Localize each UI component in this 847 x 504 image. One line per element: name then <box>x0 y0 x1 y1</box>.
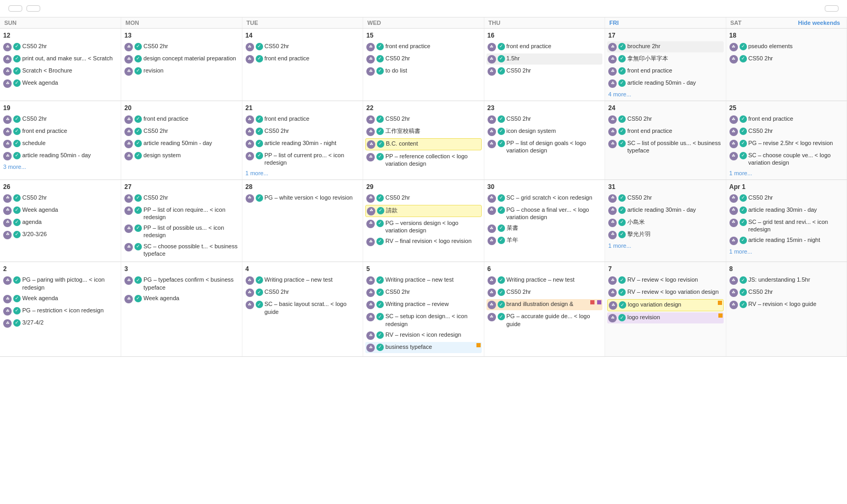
event-item[interactable]: ☘✓擊光片羽 <box>607 229 724 240</box>
event-item[interactable]: ☘✓SC – basic layout scrat... < logo guid… <box>245 299 361 317</box>
event-item[interactable]: ☘✓article reading 30min - day <box>607 205 724 216</box>
event-item[interactable]: ☘✓print out, and make sur... < Scratch <box>2 53 119 65</box>
event-item[interactable]: ☘✓article reading 50min - day <box>607 78 724 89</box>
event-item[interactable]: ☘✓PG – typefaces confirm < business type… <box>123 275 240 292</box>
event-item[interactable]: ☘✓PP – list of possible us... < icon red… <box>123 223 240 240</box>
event-item[interactable]: ☘✓Writing practice – new test <box>486 275 603 286</box>
event-item[interactable]: ☘✓front end practice <box>607 126 724 137</box>
event-item[interactable]: ☘✓PG – revise 2.5hr < logo revision <box>728 138 845 149</box>
event-item[interactable]: ☘✓PG – choose a final ver... < logo vari… <box>486 205 603 222</box>
event-item[interactable]: ☘✓CS50 2hr <box>365 114 482 125</box>
event-item[interactable]: ☘✓PG – versions design < logo variation … <box>365 218 482 236</box>
more-link[interactable]: 1 more... <box>728 169 845 177</box>
event-item[interactable]: ☘✓Scratch < Brochure <box>2 66 119 77</box>
event-item[interactable]: ☘✓front end practice <box>245 114 361 125</box>
event-item[interactable]: ☘✓3/27-4/2 <box>2 318 119 329</box>
today-button[interactable] <box>26 5 40 12</box>
event-item[interactable]: ☘✓agenda <box>2 217 119 228</box>
event-item[interactable]: ☘✓icon design system <box>486 126 603 137</box>
event-item[interactable]: ☘✓design concept material preparation <box>123 53 240 65</box>
event-item[interactable]: ☘✓PG – white version < logo revision <box>245 193 361 204</box>
event-item[interactable]: ☘✓RV – review < logo revision <box>607 275 724 286</box>
event-item[interactable]: ☘✓CS50 2hr <box>245 126 361 137</box>
event-item[interactable]: ☘✓RV – revision < icon redesign <box>365 330 482 341</box>
event-item[interactable]: ☘✓CS50 2hr <box>2 193 119 204</box>
refine-search-button[interactable] <box>8 5 22 12</box>
event-item[interactable]: ☘✓PG – accurate guide de... < logo guide <box>486 311 603 329</box>
event-item[interactable]: ☘✓SC – grid test and revi... < icon rede… <box>728 217 845 235</box>
event-item[interactable]: ☘✓3/20-3/26 <box>2 229 119 240</box>
event-item[interactable]: ☘✓PP – list of current pro... < icon red… <box>245 150 361 168</box>
event-item[interactable]: ☘✓B.C. content <box>365 138 482 150</box>
more-link[interactable]: 4 more... <box>607 90 724 98</box>
refresh-button[interactable] <box>825 5 839 12</box>
event-item[interactable]: ☘✓CS50 2hr <box>2 41 119 52</box>
event-item[interactable]: ☘✓Week agenda <box>2 205 119 216</box>
event-item[interactable]: ☘✓schedule <box>2 138 119 149</box>
event-item[interactable]: ☘✓CS50 2hr <box>607 193 724 204</box>
event-item[interactable]: ☘✓CS50 2hr <box>607 114 724 125</box>
event-item[interactable]: ☘✓brochure 2hr <box>607 41 724 52</box>
event-item[interactable]: ☘✓小島米 <box>607 217 724 228</box>
event-item[interactable]: ☘✓CS50 2hr <box>728 193 845 204</box>
event-item[interactable]: ☘✓PP – list of design goals < logo varia… <box>486 138 603 156</box>
event-item[interactable]: ☘✓brand illustration design & <box>486 299 603 310</box>
event-item[interactable]: ☘✓front end practice <box>2 126 119 137</box>
event-item[interactable]: ☘✓SC – choose couple ve... < logo variat… <box>728 150 845 168</box>
event-item[interactable]: ☘✓拿無印小單字本 <box>607 53 724 65</box>
event-item[interactable]: ☘✓RV – final revision < logo revision <box>365 236 482 247</box>
event-item[interactable]: ☘✓CS50 2hr <box>123 126 240 137</box>
event-item[interactable]: ☘✓RV – revision < logo guide <box>728 299 845 310</box>
event-item[interactable]: ☘✓logo variation design <box>607 299 724 311</box>
event-item[interactable]: ☘✓SC – setup icon design... < icon redes… <box>365 311 482 329</box>
event-item[interactable]: ☘✓article reading 15min - night <box>728 235 845 246</box>
event-item[interactable]: ☘✓CS50 2hr <box>486 66 603 77</box>
event-item[interactable]: ☘✓CS50 2hr <box>365 53 482 65</box>
more-link[interactable]: 3 more... <box>2 163 119 171</box>
event-item[interactable]: ☘✓Week agenda <box>2 78 119 89</box>
event-item[interactable]: ☘✓logo revision <box>607 312 724 323</box>
event-item[interactable]: ☘✓工作室校稿書 <box>365 126 482 137</box>
event-item[interactable]: ☘✓PG – paring with pictog... < icon rede… <box>2 275 119 292</box>
event-item[interactable]: ☘✓CS50 2hr <box>123 41 240 52</box>
event-item[interactable]: ☘✓to do list <box>365 66 482 77</box>
event-item[interactable]: ☘✓Writing practice – new test <box>245 275 361 286</box>
event-item[interactable]: ☘✓菜書 <box>486 223 603 234</box>
event-item[interactable]: ☘✓front end practice <box>245 53 361 65</box>
event-item[interactable]: ☘✓pseudo elements <box>728 41 845 52</box>
event-item[interactable]: ☘✓article reading 50min - day <box>123 138 240 149</box>
event-item[interactable]: ☘✓design system <box>123 150 240 161</box>
event-item[interactable]: ☘✓revision <box>123 66 240 77</box>
event-item[interactable]: ☘✓CS50 2hr <box>245 41 361 52</box>
more-link[interactable]: 1 more... <box>607 241 724 250</box>
event-item[interactable]: ☘✓CS50 2hr <box>123 193 240 204</box>
event-item[interactable]: ☘✓SC – choose possible t... < business t… <box>123 241 240 259</box>
event-item[interactable]: ☘✓CS50 2hr <box>728 287 845 298</box>
event-item[interactable]: ☘✓Week agenda <box>123 293 240 304</box>
event-item[interactable]: ☘✓1.5hr <box>486 53 603 65</box>
event-item[interactable]: ☘✓請款 <box>365 205 482 217</box>
event-item[interactable]: ☘✓article reading 30min - day <box>728 205 845 216</box>
event-item[interactable]: ☘✓PP – reference collection < logo varia… <box>365 151 482 169</box>
event-item[interactable]: ☘✓CS50 2hr <box>2 114 119 125</box>
event-item[interactable]: ☘✓Writing practice – review <box>365 299 482 310</box>
event-item[interactable]: ☘✓front end practice <box>607 66 724 77</box>
event-item[interactable]: ☘✓CS50 2hr <box>486 114 603 125</box>
more-link[interactable]: 1 more... <box>245 169 361 177</box>
event-item[interactable]: ☘✓front end practice <box>728 114 845 125</box>
event-item[interactable]: ☘✓SC – list of possible us... < business… <box>607 138 724 156</box>
event-item[interactable]: ☘✓JS: understanding 1.5hr <box>728 275 845 286</box>
event-item[interactable]: ☘✓Week agenda <box>2 293 119 304</box>
event-item[interactable]: ☘✓article reading 30min - night <box>245 138 361 149</box>
event-item[interactable]: ☘✓business typeface <box>365 342 482 353</box>
more-link[interactable]: 1 more... <box>728 247 845 256</box>
event-item[interactable]: ☘✓article reading 50min - day <box>2 150 119 161</box>
event-item[interactable]: ☘✓CS50 2hr <box>365 193 482 204</box>
event-item[interactable]: ☘✓front end practice <box>486 41 603 52</box>
event-item[interactable]: ☘✓SC – grid scratch < icon redesign <box>486 193 603 204</box>
event-item[interactable]: ☘✓CS50 2hr <box>245 287 361 298</box>
event-item[interactable]: ☘✓PG – restriction < icon redesign <box>2 305 119 317</box>
event-item[interactable]: ☘✓CS50 2hr <box>365 287 482 298</box>
event-item[interactable]: ☘✓CS50 2hr <box>728 53 845 65</box>
event-item[interactable]: ☘✓CS50 2hr <box>728 126 845 137</box>
